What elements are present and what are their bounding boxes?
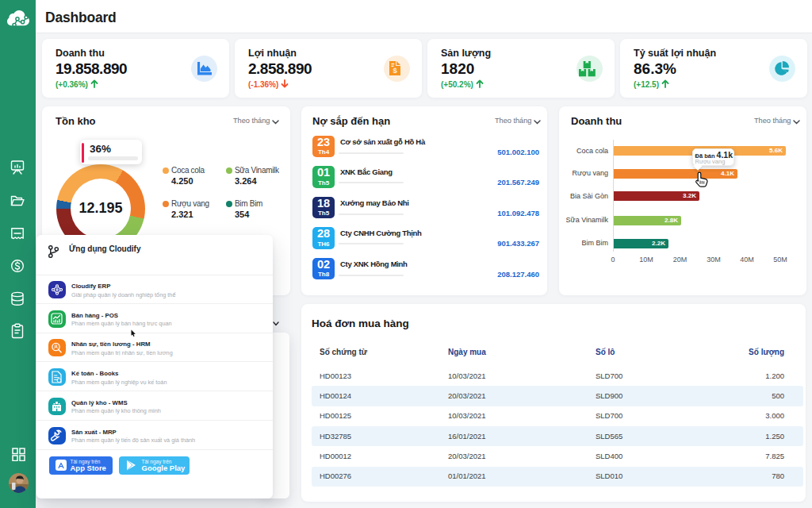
svg-text:$: $ [393, 66, 398, 75]
